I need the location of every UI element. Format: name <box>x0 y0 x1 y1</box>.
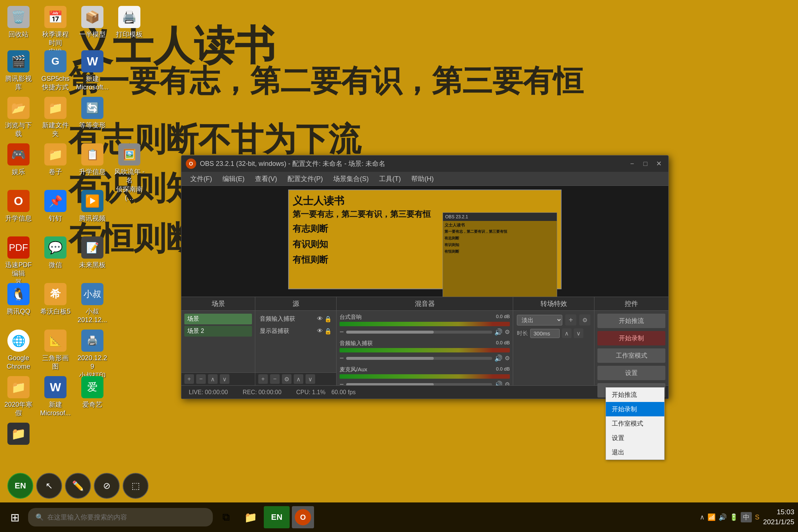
source-lock-icon[interactable]: 🔒 <box>324 316 332 323</box>
audio-mute-1[interactable]: 🔊 <box>494 328 502 336</box>
context-menu-item-stream[interactable]: 开始推流 <box>606 388 664 402</box>
taskbar-obs-icon[interactable]: O <box>292 506 314 528</box>
obs-duration-label: 时长 <box>517 330 528 337</box>
pen-tool-eraser[interactable]: ⊘ <box>94 473 120 499</box>
obs-source-down[interactable]: ∨ <box>306 374 315 384</box>
obs-source-display[interactable]: 显示器捕获 👁 🔒 <box>258 326 333 337</box>
obs-mixer-header: 混音器 <box>337 297 513 311</box>
obs-source-up[interactable]: ∧ <box>294 374 303 384</box>
icon-upgrade[interactable]: 📋 升学信息 <box>74 141 111 178</box>
icon-tencent-video2[interactable]: ▶️ 腾讯视频 <box>74 188 111 225</box>
tray-ime-icon[interactable]: 中 <box>741 512 752 522</box>
obs-scenes-header: 场景 <box>181 297 255 311</box>
obs-start-record-button[interactable]: 开始录制 <box>597 331 665 345</box>
start-button[interactable]: ⊞ <box>4 506 26 528</box>
icon-dingding[interactable]: 📌 钉钉 <box>37 188 74 225</box>
icon-xiaoshu[interactable]: 小叔 小叔 2012.12... <box>74 281 111 327</box>
source-lock-icon-2[interactable]: 🔒 <box>324 328 332 335</box>
obs-scene-down[interactable]: ∨ <box>220 374 229 384</box>
taskbar-clock[interactable]: 15:03 2021/1/25 <box>763 507 794 527</box>
icon-browse[interactable]: 📂 浏览与下载 <box>0 95 37 141</box>
source-eye-icon[interactable]: 👁 <box>317 316 323 323</box>
obs-scene-item-1[interactable]: 场景 <box>184 314 252 324</box>
context-menu-item-exit[interactable]: 退出 <box>606 445 664 460</box>
pen-tool-capture[interactable]: ⬚ <box>123 473 149 499</box>
audio-mute-3[interactable]: 🔊 <box>494 381 502 386</box>
obs-transition-header: 转场特效 <box>513 297 594 311</box>
audio-minus-3[interactable]: − <box>340 380 344 385</box>
icon-wind-car[interactable]: 🖼️ 风吹流年 - 名 侦探南南 (… <box>111 141 148 205</box>
audio-mute-2[interactable]: 🔊 <box>494 354 502 362</box>
taskbar-ime-icon[interactable]: EN <box>264 506 290 528</box>
obs-menu-profile[interactable]: 配置文件(P) <box>282 173 328 185</box>
taskbar-search-box[interactable]: 🔍 <box>28 508 213 526</box>
obs-transition-add[interactable]: + <box>565 314 576 325</box>
obs-settings-button[interactable]: 设置 <box>597 366 665 380</box>
icon-gsp5chs[interactable]: G GSP5chs 快捷方式 <box>37 48 74 94</box>
taskbar-search-input[interactable] <box>47 514 205 521</box>
icon-entertainment[interactable]: 🎮 娱乐 <box>0 141 37 178</box>
source-eye-icon-2[interactable]: 👁 <box>317 328 323 335</box>
tray-input-icon[interactable]: S <box>755 514 759 521</box>
taskbar-file-explorer[interactable]: 📁 <box>239 506 262 528</box>
tray-network-icon[interactable]: 📶 <box>707 513 716 521</box>
obs-duration-down[interactable]: ∨ <box>574 328 583 338</box>
obs-maximize-button[interactable]: □ <box>640 158 651 169</box>
obs-sources-content: 音频输入捕获 👁 🔒 显示器捕获 👁 🔒 <box>255 311 336 372</box>
pen-tool-pointer[interactable]: ↖ <box>36 473 62 499</box>
icon-tencent-video[interactable]: 🎬 腾讯影视库 <box>0 48 37 94</box>
tray-volume-icon[interactable]: 🔊 <box>719 513 727 521</box>
icon-new-word[interactable]: W 新建 Microsoft... <box>74 48 111 94</box>
obs-scene-add[interactable]: + <box>184 374 194 384</box>
audio-settings-2[interactable]: ⚙ <box>505 355 510 362</box>
icon-print[interactable]: 🖨️ 打印模板 <box>111 4 148 41</box>
obs-duration-input[interactable] <box>530 329 560 338</box>
obs-source-settings[interactable]: ⚙ <box>282 374 291 384</box>
pen-tool-pen[interactable]: ✏️ <box>65 473 91 499</box>
obs-window: O OBS 23.2.1 (32-bit, windows) - 配置文件: 未… <box>181 155 669 399</box>
obs-source-audio-input[interactable]: 音频输入捕获 👁 🔒 <box>258 314 333 324</box>
icon-iqiyi[interactable]: 爱 爱奇艺 <box>74 374 111 420</box>
icon-new-word2[interactable]: W 新建 Microsof... <box>37 374 74 420</box>
obs-source-add[interactable]: + <box>258 374 268 384</box>
obs-close-button[interactable]: ✕ <box>654 158 664 169</box>
obs-menu-view[interactable]: 查看(V) <box>250 173 282 185</box>
icon-transform[interactable]: 🔄 等等变形 <box>74 95 111 141</box>
obs-preview-text-4: 有识则知 <box>293 238 328 250</box>
obs-scene-item-2[interactable]: 场景 2 <box>184 326 252 337</box>
obs-menu-help[interactable]: 帮助(H) <box>406 173 439 185</box>
obs-titlebar: O OBS 23.2.1 (32-bit, windows) - 配置文件: 未… <box>181 156 668 172</box>
obs-fade-select[interactable]: 淡出 <box>517 315 562 325</box>
taskbar-task-view[interactable]: ⧉ <box>215 506 237 528</box>
icon-new-folder[interactable]: 📁 新建文件夹 <box>37 95 74 141</box>
obs-menu-file[interactable]: 文件(F) <box>185 173 217 185</box>
icon-xiwo[interactable]: 希 希沃白板5 <box>37 281 74 327</box>
tray-expand-icon[interactable]: ∧ <box>700 513 705 521</box>
obs-transition-settings[interactable]: ⚙ <box>579 314 590 325</box>
icon-office[interactable]: O 升学信息 <box>0 188 37 225</box>
context-menu-item-studio[interactable]: 工作室模式 <box>606 416 664 431</box>
obs-minimize-button[interactable]: − <box>627 158 637 169</box>
obs-studio-mode-button[interactable]: 工作室模式 <box>597 348 665 363</box>
icon-vacation[interactable]: 📁 2020年寒假 <box>0 374 37 420</box>
audio-settings-3[interactable]: ⚙ <box>505 381 510 385</box>
obs-menu-tools[interactable]: 工具(T) <box>374 173 406 185</box>
audio-minus-1[interactable]: − <box>340 328 344 336</box>
obs-menu-edit[interactable]: 编辑(E) <box>217 173 250 185</box>
obs-scene-remove[interactable]: − <box>196 374 206 384</box>
audio-minus-2[interactable]: − <box>340 354 344 362</box>
obs-scene-up[interactable]: ∧ <box>208 374 218 384</box>
obs-preview-text-5: 有恒则断 <box>293 254 328 266</box>
obs-app-icon: O <box>186 158 196 169</box>
obs-menu-scenes[interactable]: 场景集合(S) <box>328 173 374 185</box>
obs-duration-up[interactable]: ∧ <box>562 328 572 338</box>
obs-source-remove[interactable]: − <box>270 374 280 384</box>
icon-qq[interactable]: 🐧 腾讯QQ <box>0 281 37 327</box>
icon-box[interactable]: 📁 卷子 <box>37 141 74 178</box>
context-menu-item-settings[interactable]: 设置 <box>606 431 664 445</box>
obs-start-stream-button[interactable]: 开始推流 <box>597 314 665 328</box>
icon-folder-dark[interactable]: 📁 <box>0 420 37 449</box>
pen-tool-language[interactable]: EN <box>7 473 33 499</box>
audio-settings-1[interactable]: ⚙ <box>505 328 510 335</box>
context-menu-item-record[interactable]: 开始录制 <box>606 402 664 416</box>
